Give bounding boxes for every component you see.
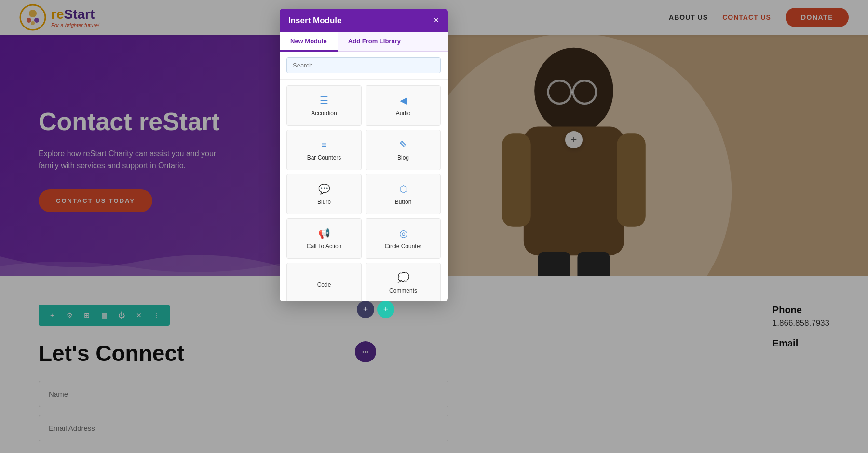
tab-new-module[interactable]: New Module <box>280 32 338 52</box>
module-item-comments[interactable]: 💭 Comments <box>366 263 441 301</box>
module-item-audio[interactable]: ◀ Audio <box>366 85 441 126</box>
module-label-7: Circle Counter <box>385 243 422 250</box>
module-grid: ☰ Accordion ◀ Audio ≡ Bar Counters ✎ Blo… <box>280 80 448 301</box>
module-icon-9: 💭 <box>397 272 409 283</box>
module-item-accordion[interactable]: ☰ Accordion <box>286 85 362 126</box>
insert-module-modal: Insert Module × New Module Add From Libr… <box>280 9 448 301</box>
module-icon-7: ◎ <box>399 227 407 239</box>
modal-search-area <box>280 52 448 80</box>
module-item-call-to-action[interactable]: 📢 Call To Action <box>286 218 362 259</box>
module-label-8: Code <box>317 281 331 288</box>
module-icon-1: ◀ <box>400 94 407 106</box>
modal-close-button[interactable]: × <box>434 15 439 26</box>
module-item-code[interactable]: Code <box>286 263 362 301</box>
float-add-btn-1[interactable]: + <box>357 301 374 318</box>
module-item-blog[interactable]: ✎ Blog <box>366 130 441 170</box>
module-icon-0: ☰ <box>320 94 328 106</box>
float-buttons: + + <box>357 301 394 318</box>
module-item-circle-counter[interactable]: ◎ Circle Counter <box>366 218 441 259</box>
module-icon-3: ✎ <box>399 139 407 150</box>
modal-header: Insert Module × <box>280 9 448 32</box>
tab-add-from-library[interactable]: Add From Library <box>338 32 411 52</box>
module-icon-2: ≡ <box>321 139 327 150</box>
module-label-6: Call To Action <box>307 243 342 250</box>
module-icon-6: 📢 <box>318 227 330 239</box>
module-label-0: Accordion <box>311 110 337 117</box>
module-label-3: Blog <box>397 154 409 161</box>
modal-tabs: New Module Add From Library <box>280 32 448 52</box>
module-icon-4: 💬 <box>318 183 330 195</box>
modal-title: Insert Module <box>288 16 342 26</box>
module-icon-5: ⬡ <box>399 183 407 195</box>
module-label-1: Audio <box>396 110 411 117</box>
module-item-button[interactable]: ⬡ Button <box>366 174 441 214</box>
module-label-4: Blurb <box>317 199 331 205</box>
module-item-blurb[interactable]: 💬 Blurb <box>286 174 362 214</box>
module-item-bar-counters[interactable]: ≡ Bar Counters <box>286 130 362 170</box>
module-search-input[interactable] <box>286 57 441 73</box>
module-label-9: Comments <box>389 287 417 294</box>
module-label-2: Bar Counters <box>307 154 341 161</box>
module-label-5: Button <box>395 199 412 205</box>
float-add-btn-2[interactable]: + <box>377 301 394 318</box>
